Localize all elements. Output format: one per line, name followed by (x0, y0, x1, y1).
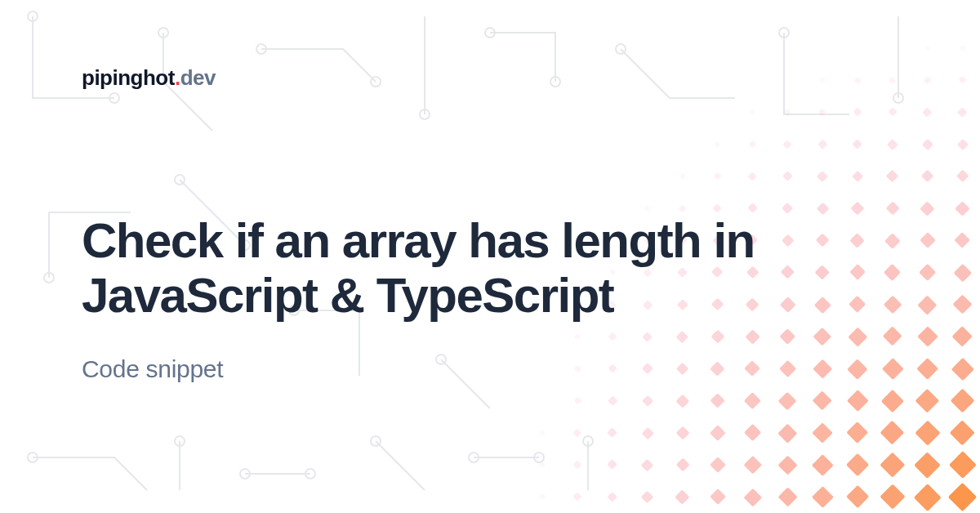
page-subtitle: Code snippet (82, 355, 906, 383)
page-title: Check if an array has length in JavaScri… (82, 213, 866, 323)
site-logo: pipinghot.dev (82, 65, 906, 91)
logo-name: pipinghot (82, 65, 175, 90)
card-content: pipinghot.dev Check if an array has leng… (0, 0, 980, 513)
logo-dot: . (175, 65, 180, 90)
logo-tld: dev (180, 65, 216, 90)
